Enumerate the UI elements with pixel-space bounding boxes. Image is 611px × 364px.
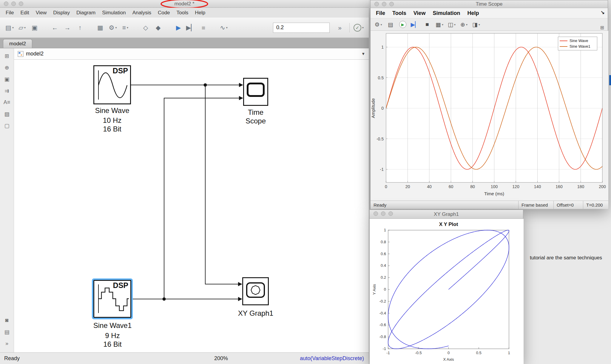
navigate-up-button[interactable]: ↑ bbox=[74, 22, 86, 34]
stop-button[interactable]: ■ bbox=[198, 22, 209, 34]
expand-plot-icon[interactable]: ⊞ bbox=[600, 25, 604, 30]
print-button[interactable]: ▤ bbox=[385, 20, 396, 29]
block-sine-wave1[interactable]: DSP bbox=[93, 280, 131, 318]
navigate-back-button[interactable]: ← bbox=[49, 22, 61, 34]
annotation-button[interactable]: A≡ bbox=[1, 97, 12, 108]
step-forward-button[interactable]: ▶▏ bbox=[185, 22, 197, 34]
status-solver[interactable]: auto(VariableStepDiscrete) bbox=[300, 355, 364, 362]
zoom-button[interactable] bbox=[388, 211, 393, 216]
expand-palette-button[interactable]: » bbox=[1, 338, 12, 349]
breadcrumb[interactable]: model2 ▼ bbox=[14, 48, 369, 60]
screenshot-button[interactable]: ▤ bbox=[1, 326, 12, 338]
chevron-down-icon: ▾ bbox=[127, 26, 128, 29]
menu-item-file[interactable]: File bbox=[372, 10, 389, 16]
simulation-display-button[interactable]: ∿▾ bbox=[218, 22, 230, 34]
block-time-scope[interactable] bbox=[243, 78, 268, 106]
scope-status-frame: Frame based bbox=[518, 201, 553, 209]
layout-button[interactable]: ▦▾ bbox=[434, 20, 445, 29]
toolbar-group-gap bbox=[41, 27, 49, 28]
status-ready: Ready bbox=[4, 355, 20, 362]
block-xy-graph[interactable] bbox=[242, 277, 269, 305]
xy-titlebar[interactable]: XY Graph1 bbox=[370, 210, 523, 219]
zoom-button[interactable]: ⊕ bbox=[1, 62, 12, 73]
line-sine-wave1-to-scope[interactable] bbox=[164, 98, 239, 299]
new-model-button[interactable]: ▤▾ bbox=[4, 22, 16, 34]
block-label-sine-wave[interactable]: Sine Wave bbox=[82, 106, 142, 115]
dsp-badge: DSP bbox=[113, 281, 128, 290]
simulation-time-input[interactable] bbox=[273, 23, 330, 33]
breadcrumb-dropdown-icon[interactable]: ▼ bbox=[361, 52, 365, 56]
menu-item-help[interactable]: Help bbox=[464, 10, 482, 16]
scope-legend[interactable]: Sine WaveSine Wave1 bbox=[558, 37, 597, 50]
svg-text:1: 1 bbox=[384, 228, 386, 232]
menu-item-tools[interactable]: Tools bbox=[389, 10, 410, 16]
chevron-down-icon: ▾ bbox=[479, 23, 480, 26]
close-button[interactable] bbox=[374, 211, 378, 216]
menu-item-diagram[interactable]: Diagram bbox=[73, 10, 99, 16]
menu-item-help[interactable]: Help bbox=[192, 10, 209, 16]
draw-box-button[interactable]: ▢ bbox=[1, 120, 12, 131]
minimize-button[interactable] bbox=[11, 1, 16, 6]
navigate-forward-button[interactable]: → bbox=[61, 22, 73, 34]
library-link-button[interactable]: ◇ bbox=[140, 22, 152, 34]
signal-wires bbox=[14, 60, 369, 352]
block-annotation-bits1: 16 Bit bbox=[83, 340, 142, 348]
block-label-xy-graph[interactable]: XY Graph1 bbox=[226, 309, 286, 317]
dsp-badge: DSP bbox=[113, 66, 128, 75]
fit-to-view-button[interactable]: ▣ bbox=[1, 73, 12, 85]
menu-item-edit[interactable]: Edit bbox=[17, 10, 32, 16]
menu-item-analysis[interactable]: Analysis bbox=[129, 10, 155, 16]
scope-titlebar[interactable]: Time Scope bbox=[371, 0, 608, 8]
breadcrumb-label[interactable]: model2 bbox=[26, 51, 44, 57]
block-label-sine-wave1[interactable]: Sine Wave1 bbox=[83, 321, 142, 330]
minimize-button[interactable] bbox=[381, 211, 385, 216]
insert-image-button[interactable]: ▨ bbox=[1, 108, 12, 120]
tab-label: model2 bbox=[9, 41, 26, 47]
scope-plot: 020406080100120140160180200-1-0.500.51Ti… bbox=[371, 31, 608, 201]
menu-item-simulation[interactable]: Simulation bbox=[99, 10, 129, 16]
svg-text:20: 20 bbox=[405, 184, 410, 189]
signal-monitor-button[interactable]: ◆ bbox=[152, 22, 164, 34]
measurements-button[interactable]: ◫▾ bbox=[446, 20, 457, 29]
menu-item-display[interactable]: Display bbox=[50, 10, 73, 16]
close-button[interactable] bbox=[374, 2, 379, 6]
menu-item-view[interactable]: View bbox=[33, 10, 50, 16]
dock-scope-icon[interactable]: ↘ bbox=[601, 10, 605, 16]
step-forward-button[interactable]: ▶▏ bbox=[410, 20, 420, 29]
viewmarks-button[interactable]: ◙ bbox=[1, 315, 12, 326]
block-label-scope[interactable]: Scope bbox=[233, 117, 278, 125]
hide-model-browser-button[interactable]: ⊞ bbox=[1, 50, 12, 62]
style-button[interactable]: ◨▾ bbox=[471, 20, 482, 29]
menu-item-tools[interactable]: Tools bbox=[173, 10, 192, 16]
menu-item-simulation[interactable]: Simulation bbox=[429, 10, 464, 16]
menu-item-file[interactable]: File bbox=[2, 10, 17, 16]
close-button[interactable] bbox=[4, 1, 8, 6]
open-model-button[interactable]: ▱▾ bbox=[16, 22, 28, 34]
svg-text:Y Axis: Y Axis bbox=[372, 284, 377, 295]
menu-item-view[interactable]: View bbox=[410, 10, 429, 16]
minimize-button[interactable] bbox=[382, 2, 386, 6]
model-canvas[interactable]: DSP Sine Wave 10 Hz 16 Bit Time Scope DS… bbox=[14, 60, 369, 352]
zoom-button[interactable]: ⊕▾ bbox=[459, 20, 469, 29]
background-page-text: tutorial are the same techniques bbox=[530, 255, 602, 261]
update-diagram-button[interactable]: ⇉ bbox=[1, 85, 12, 97]
menu-item-code[interactable]: Code bbox=[155, 10, 173, 16]
model-advisor-button[interactable]: ✓ ▾ bbox=[353, 22, 365, 34]
block-label-time[interactable]: Time bbox=[233, 108, 278, 117]
block-sine-wave[interactable]: DSP bbox=[93, 65, 131, 104]
run-button[interactable]: ▶ bbox=[397, 20, 408, 29]
editor-titlebar[interactable]: model2 * bbox=[0, 0, 369, 8]
tab-model2[interactable]: model2 bbox=[3, 39, 32, 48]
toolbar-overflow-button[interactable]: » bbox=[334, 22, 346, 34]
zoom-button[interactable] bbox=[19, 1, 23, 6]
block-annotation-freq1: 9 Hz bbox=[83, 332, 142, 340]
scope-settings-button[interactable]: ⚙▾ bbox=[373, 20, 384, 29]
status-zoom-level[interactable]: 200% bbox=[214, 355, 228, 362]
save-model-button[interactable]: ▣ bbox=[29, 22, 41, 34]
model-explorer-button[interactable]: ≡▾ bbox=[119, 22, 131, 34]
model-configuration-button[interactable]: ⚙▾ bbox=[107, 22, 119, 34]
library-browser-button[interactable]: ▦ bbox=[94, 22, 106, 34]
run-button[interactable]: ▶ bbox=[172, 22, 184, 34]
zoom-button[interactable] bbox=[389, 2, 394, 6]
stop-button[interactable]: ■ bbox=[422, 20, 433, 29]
